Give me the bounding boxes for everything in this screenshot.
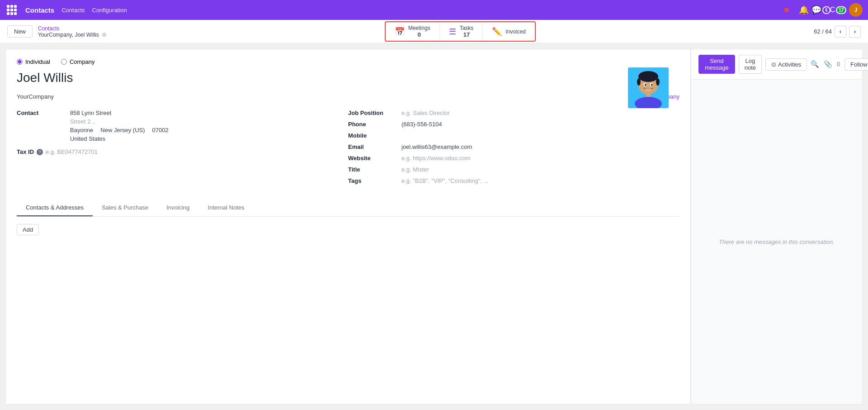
taxid-row: Tax ID ? e.g. BE0477472701 — [17, 148, 348, 155]
phone-row: Phone (683)-556-5104 — [348, 121, 679, 128]
menu-contacts[interactable]: Contacts — [61, 7, 85, 14]
prev-button[interactable]: ‹ — [835, 26, 846, 38]
email-row: Email joel.willis63@example.com — [348, 143, 679, 150]
company-option[interactable]: Company — [61, 58, 95, 65]
avatar-image — [628, 67, 669, 108]
contact-avatar[interactable] — [628, 67, 669, 108]
tab-sales-purchase[interactable]: Sales & Purchase — [93, 200, 157, 216]
top-navigation: Contacts Contacts Configuration 🔔 💬 6 C … — [0, 0, 868, 20]
apps-grid-icon[interactable] — [5, 4, 18, 16]
chat-count: 6 — [822, 6, 830, 14]
left-fields: Contact 858 Lynn Street Street 2... Bayo… — [17, 110, 348, 189]
tab-invoicing[interactable]: Invoicing — [157, 200, 198, 216]
website-value[interactable]: e.g. https://www.odoo.com — [401, 155, 470, 162]
smart-buttons: 📅 Meetings 0 ☰ Tasks 17 ✏️ Invoiced — [385, 21, 536, 42]
company-name: YourCompany — [17, 93, 54, 100]
search-chatter-button[interactable]: 🔍 — [811, 60, 819, 68]
tab-content: Add — [17, 217, 679, 243]
meetings-label: Meetings — [408, 25, 430, 31]
attachment-button[interactable]: 📎 — [824, 60, 832, 68]
contact-field-row: Contact 858 Lynn Street Street 2... Bayo… — [17, 110, 348, 144]
taxid-value[interactable]: e.g. BE0477472701 — [46, 148, 98, 155]
top-menu: Contacts Configuration — [61, 7, 127, 14]
pagination: 62 / 64 ‹ › — [814, 26, 861, 38]
company-row: YourCompany ＋ Create company — [17, 92, 679, 100]
update-notification[interactable]: C 17 — [832, 4, 844, 16]
phone-value[interactable]: (683)-556-5104 — [401, 121, 442, 128]
job-position-row: Job Position e.g. Sales Director — [348, 110, 679, 116]
taxid-label: Tax ID — [17, 148, 34, 155]
chatter-body: There are no messages in this conversati… — [691, 80, 862, 404]
bell-notification[interactable]: 🔔 — [797, 4, 810, 16]
add-contact-button[interactable]: Add — [17, 224, 39, 235]
title-row: Title e.g. Mister — [348, 166, 679, 173]
state: New Jersey (US) — [100, 127, 145, 133]
tasks-count: 17 — [463, 31, 470, 38]
country: United States — [70, 135, 169, 142]
breadcrumb-parent[interactable]: Contacts — [38, 25, 107, 32]
toolbar: New Contacts YourCompany, Joel Willis ⚙ … — [0, 20, 868, 43]
fields-grid: Contact 858 Lynn Street Street 2... Bayo… — [17, 110, 679, 189]
status-dot — [784, 8, 789, 12]
new-button[interactable]: New — [7, 25, 33, 38]
tab-contacts-addresses[interactable]: Contacts & Addresses — [17, 200, 93, 216]
settings-icon[interactable]: ⚙ — [102, 32, 107, 38]
meetings-count: 0 — [418, 31, 421, 38]
activities-circle-icon: ⊙ — [771, 61, 776, 68]
tabs-row: Contacts & Addresses Sales & Purchase In… — [17, 200, 679, 217]
pagination-text: 62 / 64 — [814, 28, 832, 35]
invoiced-label: Invoiced — [505, 29, 526, 35]
job-position-label: Job Position — [348, 110, 398, 116]
calendar-icon: 📅 — [395, 27, 405, 37]
tags-row: Tags e.g. "B2B", "VIP", "Consulting", ..… — [348, 177, 679, 184]
zip: 07002 — [152, 127, 169, 133]
contact-label: Contact — [17, 110, 66, 116]
email-label: Email — [348, 143, 398, 150]
website-label: Website — [348, 155, 398, 162]
title-value[interactable]: e.g. Mister — [401, 166, 429, 173]
chatter-area: Send message Log note ⊙ Activities 🔍 📎 0… — [691, 49, 863, 405]
individual-option[interactable]: Individual — [17, 58, 50, 65]
follow-button[interactable]: Follow — [844, 58, 868, 71]
send-message-button[interactable]: Send message — [698, 55, 735, 74]
main-area: Individual Company Joel Willis YourCompa… — [0, 43, 868, 410]
form-area: Individual Company Joel Willis YourCompa… — [5, 49, 691, 405]
log-note-button[interactable]: Log note — [739, 55, 762, 74]
tags-label: Tags — [348, 177, 398, 184]
svg-point-3 — [637, 78, 641, 86]
city: Bayonne — [70, 127, 93, 133]
tasks-button[interactable]: ☰ Tasks 17 — [440, 22, 483, 41]
mobile-row: Mobile — [348, 132, 679, 139]
invoiced-button[interactable]: ✏️ Invoiced — [483, 22, 535, 41]
svg-point-2 — [638, 71, 658, 82]
user-avatar[interactable]: J — [849, 3, 863, 17]
mobile-label: Mobile — [348, 132, 398, 139]
meetings-button[interactable]: 📅 Meetings 0 — [386, 22, 440, 41]
chat-notification[interactable]: 💬 6 — [815, 4, 827, 16]
tags-value[interactable]: e.g. "B2B", "VIP", "Consulting", ... — [401, 177, 488, 184]
form-body: Individual Company Joel Willis YourCompa… — [17, 58, 679, 243]
next-button[interactable]: › — [849, 26, 861, 38]
address-line2[interactable]: Street 2... — [70, 118, 169, 125]
breadcrumb: Contacts YourCompany, Joel Willis ⚙ — [38, 25, 107, 38]
activities-button[interactable]: ⊙ Activities — [765, 58, 807, 71]
email-value[interactable]: joel.willis63@example.com — [401, 143, 472, 150]
tab-internal-notes[interactable]: Internal Notes — [199, 200, 254, 216]
update-count: 17 — [836, 6, 846, 14]
smart-buttons-wrapper: 📅 Meetings 0 ☰ Tasks 17 ✏️ Invoiced — [112, 21, 809, 42]
taxid-help-icon[interactable]: ? — [37, 149, 43, 155]
breadcrumb-current: YourCompany, Joel Willis ⚙ — [38, 32, 107, 38]
contact-name: Joel Willis — [17, 71, 679, 85]
job-position-value[interactable]: e.g. Sales Director — [401, 110, 450, 116]
svg-point-7 — [645, 84, 646, 86]
app-brand: Contacts — [25, 6, 54, 14]
svg-point-4 — [656, 78, 660, 86]
phone-label: Phone — [348, 121, 398, 128]
tasks-icon: ☰ — [449, 27, 456, 37]
chatter-actions: Send message Log note ⊙ Activities 🔍 📎 0… — [691, 49, 862, 80]
right-fields: Job Position e.g. Sales Director Phone (… — [348, 110, 679, 189]
menu-configuration[interactable]: Configuration — [92, 7, 127, 14]
topnav-right: 🔔 💬 6 C 17 J — [780, 3, 863, 17]
attachment-count: 0 — [837, 61, 840, 67]
website-row: Website e.g. https://www.odoo.com — [348, 155, 679, 162]
